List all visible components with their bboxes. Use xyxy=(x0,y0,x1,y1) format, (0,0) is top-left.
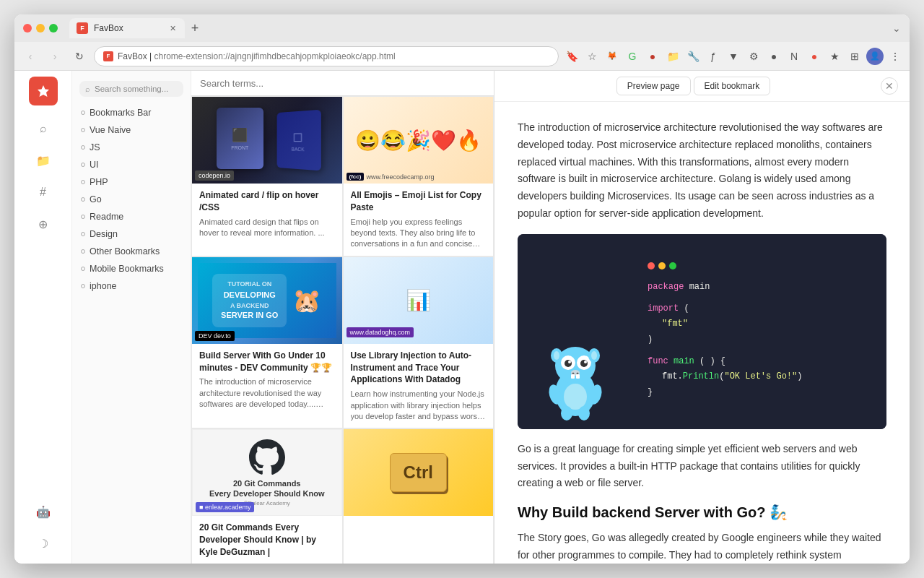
ext-icon-9[interactable]: ● xyxy=(765,48,783,65)
ext-icon-6[interactable]: ƒ xyxy=(705,48,722,65)
nav-item-label: UI xyxy=(90,160,99,170)
nav-item-dot xyxy=(81,180,85,184)
sidebar-item-vue-naive[interactable]: Vue Naive xyxy=(72,121,191,139)
sidebar-item-js[interactable]: JS xyxy=(72,139,191,156)
card-image-go: TUTORIAL ON DEVELOPING A BACKEND SERVER … xyxy=(192,257,342,344)
close-window-button[interactable] xyxy=(23,24,32,33)
github-icon xyxy=(249,439,285,475)
nav-item-dot xyxy=(81,267,85,271)
ext-icon-11[interactable]: ● xyxy=(806,48,823,65)
cards-panel: ⬛ FRONT ◻ BACK codepen.io Animated card … xyxy=(191,71,494,564)
dot-green xyxy=(669,262,676,269)
reading-close-button[interactable]: ✕ xyxy=(881,77,898,95)
sidebar-item-bookmarks-bar[interactable]: Bookmarks Bar xyxy=(72,104,191,121)
card-datadog[interactable]: 📊 www.datadoghq.com Use Library Injectio… xyxy=(343,256,494,429)
sidebar-item-php[interactable]: PHP xyxy=(72,173,191,191)
card-title: All Emojis – Emoji List for Copy Paste xyxy=(351,189,487,214)
card-desc: Learn how instrumenting your Node.js app… xyxy=(351,389,487,422)
card-image-datadog: 📊 www.datadoghq.com xyxy=(344,257,494,344)
card-body: Use Library Injection to Auto-Instrument… xyxy=(344,344,494,428)
sidebar-item-iphone[interactable]: iphone xyxy=(72,277,191,295)
nav-item-dot xyxy=(81,197,85,202)
nav-item-label: Vue Naive xyxy=(90,125,131,135)
sidebar-item-design[interactable]: Design xyxy=(72,225,191,243)
preview-page-button[interactable]: Preview page xyxy=(616,77,691,95)
sidebar-globe-button[interactable]: ⊕ xyxy=(29,210,58,238)
title-bar: F FavBox ✕ + ⌄ xyxy=(14,14,910,42)
sidebar-bot-button[interactable]: 🤖 xyxy=(29,497,58,526)
source-badge-codepen: codepen.io xyxy=(195,171,234,181)
code-block: package main import ( "fmt" ) func main … xyxy=(518,234,886,429)
back-button[interactable]: ‹ xyxy=(20,46,40,66)
ext-icon-12[interactable]: ★ xyxy=(826,48,843,65)
nav-item-label: iphone xyxy=(90,281,117,291)
card-git[interactable]: 20 Git CommandsEvery Developer Should Kn… xyxy=(191,428,343,564)
nav-item-dot xyxy=(81,284,85,288)
sidebar-search-button[interactable]: ⌕ xyxy=(29,114,58,143)
address-favicon: F xyxy=(103,51,113,61)
tab-close-button[interactable]: ✕ xyxy=(167,23,178,33)
card-codepen[interactable]: ⬛ FRONT ◻ BACK codepen.io Animated card … xyxy=(191,96,343,256)
edit-bookmark-button[interactable]: Edit bookmark xyxy=(694,77,771,95)
go-gopher-mascot xyxy=(518,234,633,429)
code-line xyxy=(648,296,872,301)
nav-search-box[interactable]: ⌕ Search something... xyxy=(79,81,183,97)
ext-icon-3[interactable]: ● xyxy=(644,48,661,65)
nav-item-dot xyxy=(81,145,85,150)
nav-panel: ⌕ Search something... Bookmarks Bar Vue … xyxy=(72,71,191,564)
sidebar-hashtag-button[interactable]: # xyxy=(29,178,58,207)
svg-marker-0 xyxy=(38,85,49,97)
ext-icon-5[interactable]: 🔧 xyxy=(684,48,702,65)
nav-item-label: Other Bookmarks xyxy=(90,246,160,256)
sidebar-logo[interactable] xyxy=(29,77,58,105)
svg-point-20 xyxy=(578,406,590,420)
ext-icon-8[interactable]: ⚙ xyxy=(745,48,762,65)
ext-icon-4[interactable]: 📁 xyxy=(664,48,681,65)
minimize-window-button[interactable] xyxy=(36,24,45,33)
card-desc: Animated card design that flips on hover… xyxy=(199,217,335,239)
search-terms-input[interactable] xyxy=(200,78,485,89)
nav-item-label: Bookmarks Bar xyxy=(90,108,151,118)
refresh-button[interactable]: ↻ xyxy=(69,46,90,66)
ext-icon-2[interactable]: G xyxy=(624,48,641,65)
ext-icon-1[interactable]: 🦊 xyxy=(603,48,621,65)
address-bar[interactable]: F FavBox | chrome-extension://ajngnjifim… xyxy=(94,46,559,66)
card-body xyxy=(344,516,494,530)
ext-icon-10[interactable]: N xyxy=(785,48,803,65)
card-image-emoji: 😀😂🎉❤️🔥 (fcc) www.freecodecamp.org xyxy=(344,97,494,184)
card-go[interactable]: TUTORIAL ON DEVELOPING A BACKEND SERVER … xyxy=(191,256,343,429)
browser-menu-dots[interactable]: ⋮ xyxy=(886,48,904,65)
svg-point-5 xyxy=(565,360,572,367)
browser-menu-icon[interactable]: ⌄ xyxy=(892,22,901,34)
maximize-window-button[interactable] xyxy=(49,24,58,33)
card-body: Animated card / flip on hover /CSS Anima… xyxy=(192,184,342,244)
bookmark-icon[interactable]: 🔖 xyxy=(563,48,580,65)
sidebar-item-ui[interactable]: UI xyxy=(72,156,191,173)
profile-icon[interactable]: 👤 xyxy=(866,48,884,65)
sidebar-item-mobile-bookmarks[interactable]: Mobile Bookmarks xyxy=(72,260,191,277)
star-icon[interactable]: ☆ xyxy=(583,48,601,65)
card-title: Use Library Injection to Auto-Instrument… xyxy=(351,350,487,386)
reading-pane: Preview page Edit bookmark ✕ The introdu… xyxy=(494,71,910,564)
sidebar-folder-button[interactable]: 📁 xyxy=(29,146,58,175)
sidebar-moon-button[interactable]: ☽ xyxy=(29,529,58,558)
reading-content: The introduction of microservice archite… xyxy=(494,102,910,564)
new-tab-button[interactable]: + xyxy=(185,18,205,38)
nav-item-label: JS xyxy=(90,142,100,152)
svg-point-8 xyxy=(584,361,587,363)
active-tab[interactable]: F FavBox ✕ xyxy=(69,18,185,38)
sidebar-item-other-bookmarks[interactable]: Other Bookmarks xyxy=(72,243,191,260)
svg-rect-22 xyxy=(576,374,580,379)
ext-icon-13[interactable]: ⊞ xyxy=(846,48,863,65)
card-emoji[interactable]: 😀😂🎉❤️🔥 (fcc) www.freecodecamp.org All Em… xyxy=(343,96,494,256)
sidebar: ⌕ 📁 # ⊕ 🤖 ☽ xyxy=(14,71,72,564)
card-ctrl[interactable]: Ctrl xyxy=(343,428,494,564)
sidebar-item-go[interactable]: Go xyxy=(72,191,191,208)
ext-icon-7[interactable]: ▼ xyxy=(725,48,742,65)
svg-rect-21 xyxy=(571,374,575,379)
reading-heading: Why Build backend Server with Go? 🧞 xyxy=(518,504,886,521)
reading-toolbar: Preview page Edit bookmark ✕ xyxy=(494,71,910,102)
forward-button[interactable]: › xyxy=(45,46,65,66)
sidebar-item-readme[interactable]: Readme xyxy=(72,208,191,225)
svg-point-14 xyxy=(554,351,559,360)
